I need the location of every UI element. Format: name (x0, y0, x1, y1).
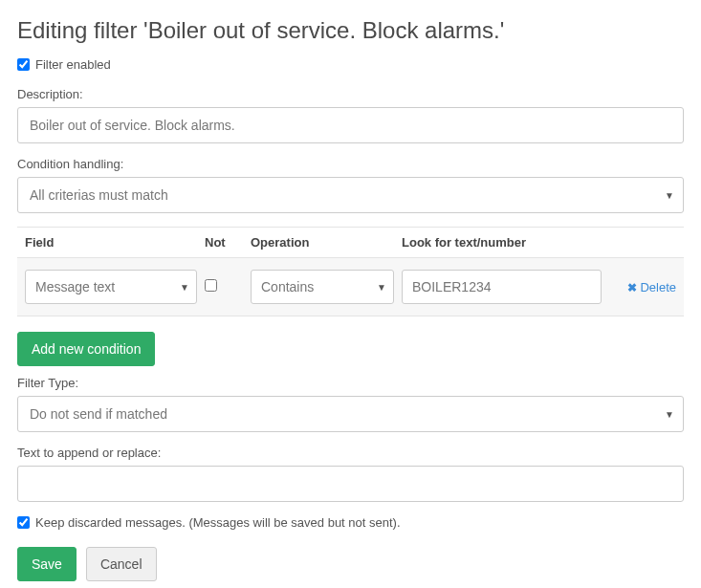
action-buttons: Save Cancel (17, 547, 684, 581)
condition-field-select[interactable] (25, 270, 197, 304)
condition-row: ▼ ▼ ✖ Delete (17, 258, 684, 316)
col-field-header: Field (25, 235, 197, 250)
col-not-header: Not (205, 235, 243, 250)
description-input[interactable] (17, 107, 684, 143)
close-icon: ✖ (627, 281, 637, 294)
filter-type-select[interactable] (17, 396, 684, 432)
condition-operation-select[interactable] (251, 270, 394, 304)
filter-enabled-row: Filter enabled (17, 57, 684, 72)
conditions-table: Field Not Operation Look for text/number… (17, 227, 684, 316)
save-button[interactable]: Save (17, 547, 77, 581)
filter-enabled-checkbox[interactable] (17, 58, 30, 71)
page-title: Editing filter 'Boiler out of service. B… (17, 17, 684, 44)
col-operation-header: Operation (251, 235, 394, 250)
col-lookfor-header: Look for text/number (402, 235, 602, 250)
keep-discarded-checkbox[interactable] (17, 516, 30, 529)
conditions-header: Field Not Operation Look for text/number (17, 228, 684, 258)
condition-value-input[interactable] (402, 270, 602, 304)
keep-discarded-row: Keep discarded messages. (Messages will … (17, 515, 684, 530)
append-text-input[interactable] (17, 466, 684, 502)
delete-condition-link[interactable]: ✖ Delete (627, 280, 676, 294)
append-text-label: Text to append or replace: (17, 446, 684, 460)
add-condition-button[interactable]: Add new condition (17, 332, 155, 366)
keep-discarded-label: Keep discarded messages. (Messages will … (35, 515, 401, 530)
filter-enabled-label: Filter enabled (35, 57, 111, 72)
delete-label: Delete (640, 280, 676, 294)
description-label: Description: (17, 87, 684, 101)
condition-handling-label: Condition handling: (17, 157, 684, 171)
filter-type-label: Filter Type: (17, 376, 684, 390)
cancel-button[interactable]: Cancel (86, 547, 157, 581)
condition-handling-select[interactable] (17, 177, 684, 213)
condition-not-checkbox[interactable] (205, 279, 217, 292)
